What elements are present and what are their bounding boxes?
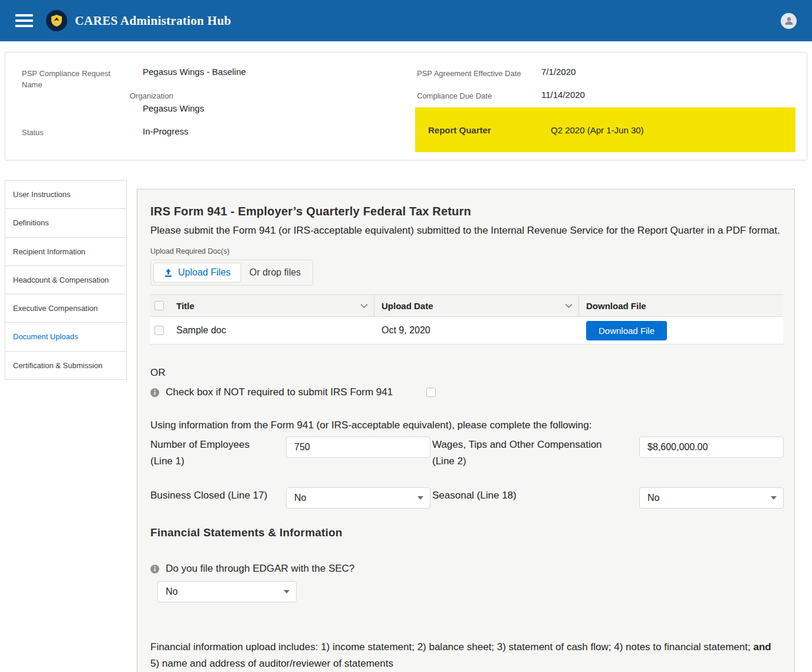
hamburger-icon [15, 25, 33, 27]
sidebar-item-user-instructions[interactable]: User Instructions [5, 180, 127, 209]
caret-down-icon [284, 590, 290, 594]
download-file-button[interactable]: Download File [586, 321, 667, 340]
organization-value: Pegasus Wings [143, 103, 204, 113]
compliance-summary-card: PSP Compliance Request Name Pegasus Wing… [5, 52, 807, 160]
file-drop-zone[interactable]: Upload Files Or drop files [150, 260, 313, 286]
effective-date-value: 7/1/2020 [541, 67, 576, 77]
app-header: CARES Administration Hub [0, 0, 812, 41]
employees-label: Number of Employees (Line 1) [150, 437, 271, 470]
sidebar-item-document-uploads[interactable]: Document Uploads [5, 323, 127, 351]
sidebar-item-headcount-compensation[interactable]: Headcount & Compensation [5, 266, 127, 294]
section-nav: User Instructions Definitions Recipient … [5, 180, 127, 380]
caret-down-icon [771, 496, 777, 500]
upload-files-button[interactable]: Upload Files [153, 263, 241, 283]
upload-icon [164, 268, 173, 277]
upload-required-label: Upload Required Doc(s) [150, 247, 784, 255]
file-upload-date: Oct 9, 2020 [382, 325, 430, 336]
business-closed-select[interactable]: No [286, 487, 430, 509]
caret-down-icon [417, 496, 423, 500]
document-uploads-panel: IRS Form 941 - Employer’s Quarterly Fede… [137, 189, 795, 672]
business-closed-label: Business Closed (Line 17) [150, 487, 271, 504]
select-all-checkbox[interactable] [154, 301, 164, 310]
due-date-label: Compliance Due Date [417, 91, 492, 102]
edgar-value: No [166, 586, 177, 597]
shield-icon [51, 15, 62, 27]
info-icon [150, 565, 159, 573]
column-header-download-file: Download File [579, 295, 783, 316]
not-required-checkbox[interactable] [426, 388, 436, 397]
report-quarter-highlight: Report Quarter Q2 2020 (Apr 1-Jun 30) [415, 107, 795, 152]
sidebar-item-executive-compensation[interactable]: Executive Compensation [5, 294, 127, 323]
employees-input[interactable] [286, 437, 430, 458]
seasonal-select[interactable]: No [639, 487, 784, 509]
seasonal-value: No [647, 493, 659, 503]
wages-input[interactable] [639, 437, 784, 458]
status-label: Status [22, 127, 44, 139]
request-name-value: Pegasus Wings - Baseline [143, 67, 246, 77]
row-checkbox[interactable] [154, 326, 164, 335]
info-icon [150, 388, 159, 397]
sidebar-item-recipient-information[interactable]: Recipient Information [5, 238, 127, 266]
chevron-down-icon [565, 304, 573, 308]
uploaded-files-table: Title Upload Date Download File Sample d… [150, 294, 783, 345]
edgar-question: Do you file through EDGAR with the SEC? [166, 563, 354, 575]
seasonal-label: Seasonal (Line 18) [432, 487, 624, 504]
report-quarter-value: Q2 2020 (Apr 1-Jun 30) [551, 125, 644, 135]
sidebar-item-certification-submission[interactable]: Certification & Submission [5, 352, 127, 380]
upload-files-label: Upload Files [178, 267, 231, 278]
table-header-row: Title Upload Date Download File [150, 295, 783, 317]
upload-date-column-label: Upload Date [382, 301, 433, 311]
hamburger-icon [15, 19, 33, 22]
column-header-upload-date[interactable]: Upload Date [374, 295, 579, 316]
note-bold: and [753, 641, 771, 653]
form941-title: IRS Form 941 - Employer’s Quarterly Fede… [150, 205, 784, 218]
or-separator-text: OR [150, 367, 784, 379]
note-prefix: Financial information upload includes: 1… [150, 641, 753, 653]
title-column-label: Title [176, 301, 195, 311]
person-icon [784, 16, 794, 25]
drop-files-text: Or drop files [241, 267, 310, 278]
user-avatar[interactable] [781, 13, 797, 29]
column-header-title[interactable]: Title [168, 295, 374, 316]
financial-upload-note: Financial information upload includes: 1… [150, 639, 781, 672]
note-suffix: 5) name and address of auditor/reviewer … [150, 658, 393, 669]
not-required-label: Check box if NOT required to submit IRS … [166, 386, 393, 398]
due-date-value: 11/14/2020 [541, 90, 585, 100]
sidebar-item-definitions[interactable]: Definitions [5, 209, 127, 237]
edgar-select[interactable]: No [157, 581, 297, 602]
status-value: In-Progress [143, 126, 189, 136]
effective-date-label: PSP Agreement Effective Date [417, 68, 521, 80]
report-quarter-label: Report Quarter [428, 125, 551, 135]
request-name-label: PSP Compliance Request Name [22, 68, 115, 91]
hamburger-icon [15, 14, 33, 17]
financial-section-title: Financial Statements & Information [150, 526, 784, 539]
form941-instructions: Using information from the Form 941 (or … [150, 419, 784, 431]
app-logo [46, 10, 67, 31]
table-row: Sample doc Oct 9, 2020 Download File [150, 317, 783, 345]
form941-description: Please submit the Form 941 (or IRS-accep… [150, 222, 781, 238]
business-closed-value: No [294, 493, 306, 503]
organization-label: Organization [130, 91, 173, 102]
download-file-column-label: Download File [586, 301, 646, 311]
chevron-down-icon [360, 304, 368, 308]
wages-label: Wages, Tips and Other Compensation (Line… [432, 437, 624, 470]
file-title: Sample doc [176, 325, 226, 336]
app-title: CARES Administration Hub [75, 14, 231, 28]
menu-button[interactable] [15, 14, 33, 27]
